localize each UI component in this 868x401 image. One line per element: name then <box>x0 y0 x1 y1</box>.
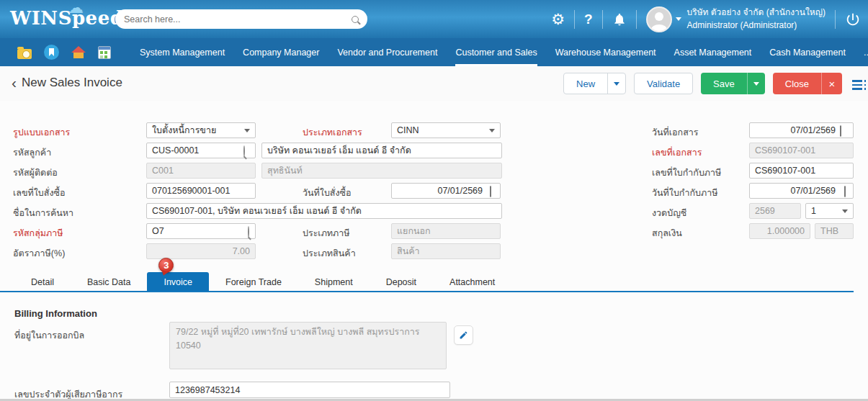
nav-item-system-management[interactable]: System Management <box>140 38 225 66</box>
calendar-icon[interactable] <box>840 125 841 137</box>
tab-detail[interactable]: Detail <box>14 272 71 291</box>
logo-text: WINSpeed <box>10 7 123 29</box>
tax-invoice-no-label: เลขที่ใบกำกับภาษี <box>652 166 721 180</box>
doc-format-select[interactable]: ใบตั้งหนี้การขาย <box>146 122 256 138</box>
chevron-down-icon <box>614 82 619 86</box>
chevron-down-icon <box>244 129 250 132</box>
search-icon[interactable] <box>243 145 245 157</box>
save-button[interactable]: Save <box>701 73 765 94</box>
tab-foreign-trade[interactable]: Foreign Trade <box>209 272 298 291</box>
contact-code-input <box>146 163 256 179</box>
tax-invoice-no-input[interactable] <box>749 163 854 179</box>
doc-type-value: CINN <box>397 125 419 135</box>
chevron-down-icon <box>842 209 848 213</box>
search-icon[interactable] <box>248 226 249 238</box>
product-type-label: ประเภทสินค้า <box>303 246 356 261</box>
bell-icon[interactable] <box>612 12 627 27</box>
step-badge: 3 <box>158 258 174 273</box>
save-button-label: Save <box>701 73 747 94</box>
contact-name-input <box>261 163 502 179</box>
calendar-icon[interactable] <box>490 186 491 197</box>
divider <box>636 10 637 29</box>
po-date-input[interactable] <box>391 183 501 199</box>
tax-group-label: รหัสกลุ่มภาษี <box>13 226 63 240</box>
winspeed-app-window: ☁ WINSpeed บริษัท ตัวอย่าง จำกัด (สำนักง… <box>0 0 868 401</box>
close-icon <box>829 78 836 89</box>
po-no-input[interactable] <box>146 183 256 199</box>
menu-lines-icon[interactable] <box>852 80 862 90</box>
calendar-apps-icon[interactable] <box>98 46 111 59</box>
tax-type-label: ประเภทภาษี <box>303 226 350 240</box>
chevron-down-icon[interactable] <box>676 17 681 21</box>
app-logo: ☁ WINSpeed <box>10 7 123 29</box>
po-date-label: วันที่ใบสั่งซื้อ <box>303 186 352 200</box>
global-search <box>115 9 367 29</box>
tax-id-input[interactable] <box>169 382 450 398</box>
tab-invoice[interactable]: Invoice 3 <box>147 272 209 291</box>
nav-item-warehouse-management[interactable]: Warehouse Management <box>555 38 656 66</box>
app-header: ☁ WINSpeed บริษัท ตัวอย่าง จำกัด (สำนักง… <box>0 0 868 38</box>
gear-icon[interactable] <box>551 12 565 27</box>
nav-item-more[interactable]: ... <box>864 38 868 66</box>
calendar-icon[interactable] <box>844 186 846 197</box>
period-no-select[interactable]: 1 <box>805 203 854 219</box>
billing-address-box: 79/22 หมู่ที่ หมู่ที่20 เทพารักษ์ บางพลี… <box>169 322 447 369</box>
recent-documents-icon[interactable] <box>17 49 32 59</box>
validate-button-label: Validate <box>635 73 692 94</box>
search-input[interactable] <box>124 14 352 24</box>
doc-type-select[interactable]: CINN <box>391 122 501 138</box>
tab-attachment[interactable]: Attachment <box>433 272 511 291</box>
avatar[interactable] <box>646 6 672 32</box>
nav-item-company-manager[interactable]: Company Manager <box>243 38 319 66</box>
tax-invoice-date-input[interactable] <box>749 183 854 199</box>
home-icon[interactable] <box>71 46 86 59</box>
page-toolbar: New Sales Invoice New Validate Save Clos… <box>0 66 868 101</box>
save-dropdown-toggle[interactable] <box>747 73 765 94</box>
tax-invoice-date-label: วันที่ใบกำกับภาษี <box>652 186 717 200</box>
validate-button[interactable]: Validate <box>634 73 693 94</box>
form-tabs: Detail Basic Data Invoice 3 Foreign Trad… <box>0 272 854 292</box>
cloud-icon: ☁ <box>68 0 84 16</box>
back-chevron-icon[interactable] <box>12 75 17 90</box>
tab-invoice-label: Invoice <box>164 277 192 287</box>
close-x-toggle[interactable] <box>821 73 842 94</box>
power-icon[interactable] <box>845 12 861 27</box>
bookmark-icon[interactable] <box>44 45 59 60</box>
header-actions: บริษัท ตัวอย่าง จำกัด (สำนักงานใหญ่) Adm… <box>551 0 861 38</box>
main-navbar: System Management Company Manager Vendor… <box>0 38 868 66</box>
tab-shipment[interactable]: Shipment <box>298 272 370 291</box>
help-icon[interactable] <box>584 12 593 27</box>
doc-no-input <box>749 143 854 158</box>
divider <box>574 10 575 29</box>
nav-item-customer-sales[interactable]: Customer and Sales <box>455 38 537 66</box>
new-dropdown-toggle[interactable] <box>607 73 625 94</box>
tab-basic-data[interactable]: Basic Data <box>71 272 147 291</box>
currency-code-input <box>815 223 854 239</box>
customer-name-input[interactable] <box>261 143 502 158</box>
billing-section-heading: Billing Information <box>14 308 97 319</box>
currency-rate-input <box>749 223 810 239</box>
period-no-value: 1 <box>811 206 816 216</box>
search-icon[interactable] <box>352 16 359 23</box>
po-no-label: เลขที่ใบสั่งซื้อ <box>13 186 65 200</box>
user-info[interactable]: บริษัท ตัวอย่าง จำกัด (สำนักงานใหญ่) Adm… <box>687 6 826 32</box>
new-button[interactable]: New <box>563 73 626 94</box>
user-company: บริษัท ตัวอย่าง จำกัด (สำนักงานใหญ่) <box>687 6 826 19</box>
contact-code-label: รหัสผู้ติดต่อ <box>13 166 58 180</box>
nav-item-cash-management[interactable]: Cash Management <box>769 38 846 66</box>
chevron-down-icon <box>489 129 495 132</box>
pencil-icon <box>459 330 468 340</box>
doc-date-input[interactable] <box>749 122 854 138</box>
nav-item-asset-management[interactable]: Asset Management <box>674 38 752 66</box>
tab-deposit[interactable]: Deposit <box>370 272 433 291</box>
tax-group-input[interactable] <box>146 223 256 239</box>
close-button-label: Close <box>773 73 821 94</box>
product-type-input <box>391 243 501 259</box>
edit-address-button[interactable] <box>454 325 473 345</box>
close-button[interactable]: Close <box>773 73 842 94</box>
period-label: งวดบัญชี <box>652 206 686 220</box>
nav-item-vendor-procurement[interactable]: Vendor and Procurement <box>337 38 437 66</box>
nav-menu: System Management Company Manager Vendor… <box>140 38 868 66</box>
customer-code-input[interactable] <box>146 143 256 158</box>
search-name-input[interactable] <box>146 203 502 219</box>
